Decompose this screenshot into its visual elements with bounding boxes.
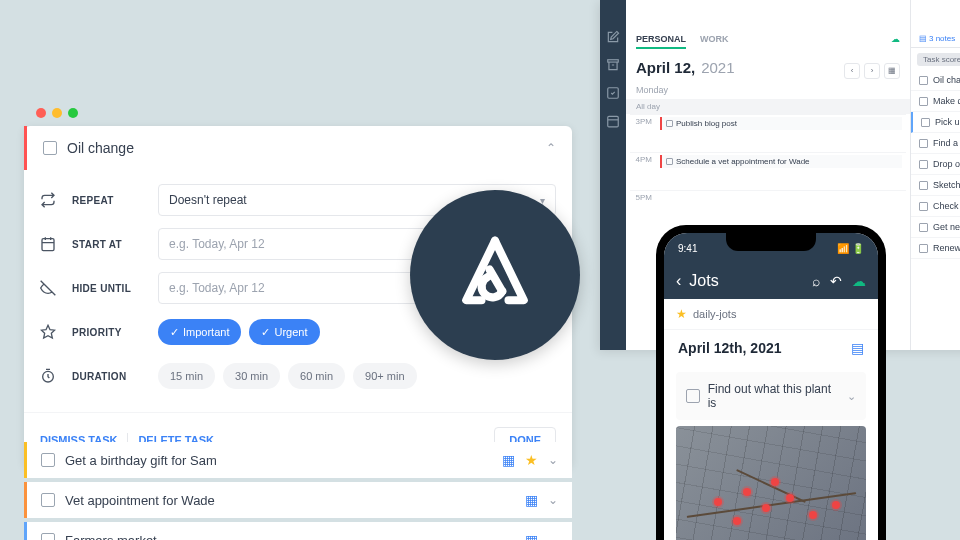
dur-30-pill[interactable]: 30 min [223,363,280,389]
date-month-day: April 12, [636,59,695,76]
maximize-dot[interactable] [68,108,78,118]
svg-rect-5 [608,116,619,127]
task-checkbox[interactable] [686,389,700,403]
close-dot[interactable] [36,108,46,118]
svg-rect-0 [42,239,54,251]
next-day-button[interactable]: › [864,63,880,79]
duration-label: DURATION [72,371,142,382]
star-icon: ★ [676,307,687,321]
edit-icon[interactable] [606,30,620,44]
tab-work[interactable]: WORK [700,34,729,49]
check-icon[interactable] [606,86,620,100]
task-list: Get a birthday gift for Sam ▦★⌄ Vet appo… [24,442,572,540]
calendar-icon[interactable]: ▦ [502,452,515,468]
plant-photo [676,426,866,540]
task-label: Farmers market [65,533,157,541]
todo-item[interactable]: Sketch 2x a week [911,175,960,196]
todo-item[interactable]: Check camping gear [911,196,960,217]
calendar-event[interactable]: Schedule a vet appointment for Wade [660,155,902,168]
todo-item[interactable]: Renew car tabs [911,238,960,259]
back-icon[interactable]: ‹ [676,272,681,290]
date-year: 2021 [701,59,734,76]
day-of-week: Monday [626,85,910,99]
undo-icon[interactable]: ↶ [830,273,842,289]
hide-label: HIDE UNTIL [72,283,142,294]
todo-item[interactable]: Oil change [911,70,960,91]
calendar-icon[interactable]: ▦ [525,532,538,540]
todo-item[interactable]: Drop off donations [911,154,960,175]
star-icon [40,324,56,340]
task-row[interactable]: Get a birthday gift for Sam ▦★⌄ [24,442,572,478]
phone-task[interactable]: Find out what this plant is ⌄ [676,372,866,420]
today-button[interactable]: ▦ [884,63,900,79]
prev-day-button[interactable]: ‹ [844,63,860,79]
task-label: Vet appointment for Wade [65,493,215,508]
chevron-down-icon[interactable]: ⌄ [548,493,558,507]
calendar-event[interactable]: Publish blog post [660,117,902,130]
dur-15-pill[interactable]: 15 min [158,363,215,389]
task-label: Get a birthday gift for Sam [65,453,217,468]
calendar-icon[interactable] [606,114,620,128]
todo-item[interactable]: Pick up ingredients f [911,112,960,133]
task-row[interactable]: Farmers market ▦⌄ [24,522,572,540]
right-pane: ▤ 3 notes ▢ 1 tag Task scoreMo Oil chang… [910,0,960,350]
task-checkbox[interactable] [41,453,55,467]
priority-label: PRIORITY [72,327,142,338]
allday-row: All day [626,99,910,114]
cloud-icon[interactable]: ☁ [891,34,900,49]
signal-icons: 📶 🔋 [837,243,864,254]
svg-marker-1 [41,325,54,338]
task-title: Oil change [67,140,134,156]
cloud-icon[interactable]: ☁ [852,273,866,289]
svg-rect-3 [608,60,619,62]
repeat-label: REPEAT [72,195,142,206]
archive-icon[interactable] [606,58,620,72]
task-row[interactable]: Vet appointment for Wade ▦⌄ [24,482,572,518]
app-logo [410,190,580,360]
todo-item[interactable]: Find a gift for Sam – [911,133,960,154]
phone-mockup: 9:41 📶 🔋 ‹ Jots ⌕ ↶ ☁ ★ daily-jots April… [656,225,886,540]
sidebar [600,0,626,350]
calendar-icon [40,236,56,252]
start-label: START AT [72,239,142,250]
task-header: Oil change ⌃ [24,126,572,170]
urgent-pill[interactable]: ✓ Urgent [249,319,319,345]
hide-icon [40,280,56,296]
task-checkbox[interactable] [41,533,55,540]
important-pill[interactable]: ✓ Important [158,319,241,345]
tab-personal[interactable]: PERSONAL [636,34,686,49]
chevron-down-icon[interactable]: ⌄ [847,390,856,403]
search-icon[interactable]: ⌕ [812,273,820,289]
doc-icon[interactable]: ▤ [851,340,864,356]
notes-count[interactable]: ▤ 3 notes [919,34,955,43]
todo-list: Oil change Make dinner reservat Pick up … [911,70,960,259]
dur-60-pill[interactable]: 60 min [288,363,345,389]
task-checkbox[interactable] [43,141,57,155]
chevron-down-icon[interactable]: ⌄ [548,453,558,467]
phone-date: April 12th, 2021 [678,340,782,356]
collapse-icon[interactable]: ⌃ [546,141,556,155]
task-score-chip[interactable]: Task score [917,53,960,66]
duration-icon [40,368,56,384]
calendar-icon[interactable]: ▦ [525,492,538,508]
task-checkbox[interactable] [41,493,55,507]
todo-item[interactable]: Get new parking pas [911,217,960,238]
todo-item[interactable]: Make dinner reservat [911,91,960,112]
phone-header: ‹ Jots ⌕ ↶ ☁ [664,263,878,299]
dur-90-pill[interactable]: 90+ min [353,363,416,389]
minimize-dot[interactable] [52,108,62,118]
notebook-row[interactable]: ★ daily-jots [664,299,878,330]
repeat-icon [40,192,56,208]
window-controls [36,108,78,118]
chevron-down-icon[interactable]: ⌄ [548,533,558,540]
phone-title: Jots [689,272,718,290]
star-icon[interactable]: ★ [525,452,538,468]
